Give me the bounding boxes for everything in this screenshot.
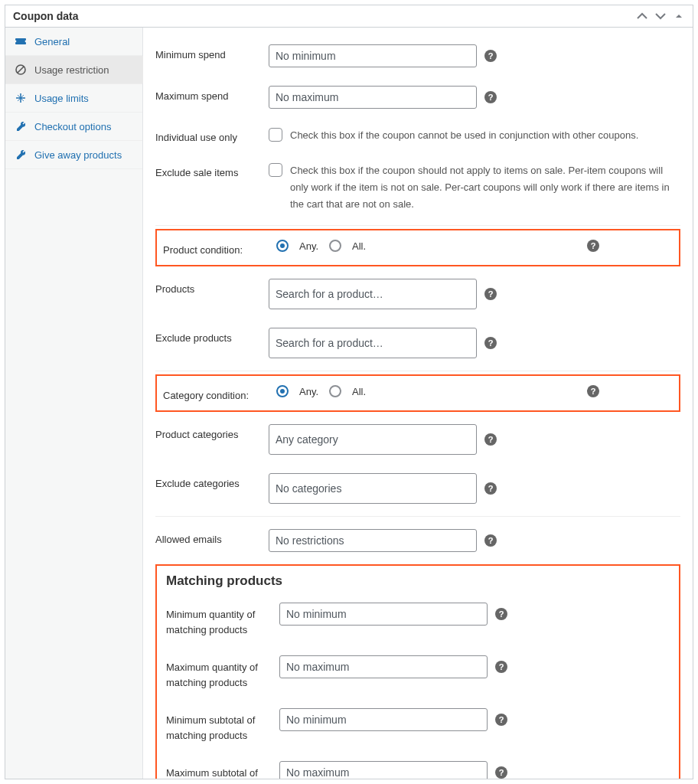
help-icon[interactable]: ? (484, 482, 497, 495)
wrench-icon (15, 149, 27, 161)
help-icon[interactable]: ? (495, 714, 507, 726)
max-qty-label: Maximum quantity of matching products (166, 655, 279, 690)
exclude-categories-select[interactable]: No categories (269, 473, 477, 504)
sidebar-item-label: Checkout options (34, 121, 111, 132)
panel-header: Coupon data (5, 5, 693, 28)
product-condition-all-radio[interactable] (329, 240, 341, 252)
product-condition-any-label: Any. (299, 240, 318, 252)
min-spend-label: Minimum spend (155, 44, 269, 60)
individual-use-desc: Check this box if the coupon cannot be u… (290, 127, 638, 144)
allowed-emails-label: Allowed emails (155, 529, 269, 545)
move-up-icon[interactable] (636, 10, 648, 22)
limits-icon (15, 92, 27, 104)
help-icon[interactable]: ? (484, 534, 497, 547)
min-subtotal-input[interactable] (279, 708, 488, 731)
matching-products-title: Matching products (166, 573, 670, 589)
sidebar-item-checkout-options[interactable]: Checkout options (5, 113, 142, 141)
exclude-sale-label: Exclude sale items (155, 162, 269, 178)
sidebar-item-usage-restriction[interactable]: Usage restriction (5, 56, 142, 84)
sidebar-item-label: Usage limits (34, 93, 89, 104)
exclude-sale-checkbox[interactable] (269, 163, 282, 177)
help-icon[interactable]: ? (587, 240, 599, 252)
sidebar-item-general[interactable]: General (5, 28, 142, 56)
sidebar-item-give-away-products[interactable]: Give away products (5, 141, 142, 169)
content-area: Minimum spend ? Maximum spend ? Individu… (143, 28, 693, 779)
exclude-products-label: Exclude products (155, 328, 269, 344)
category-condition-all-label: All. (352, 386, 366, 397)
exclude-categories-label: Exclude categories (155, 473, 269, 489)
max-spend-label: Maximum spend (155, 86, 269, 102)
sidebar-item-label: General (34, 36, 70, 47)
product-condition-highlight: Product condition: Any. All. ? (155, 229, 680, 266)
sidebar-item-label: Give away products (34, 149, 122, 161)
svg-rect-0 (15, 38, 26, 44)
product-condition-all-label: All. (352, 240, 366, 252)
min-qty-input[interactable] (279, 603, 488, 626)
products-label: Products (155, 279, 269, 295)
ticket-icon (15, 35, 27, 47)
category-condition-any-label: Any. (299, 386, 318, 397)
min-subtotal-label: Minimum subtotal of matching products (166, 708, 279, 743)
sidebar-item-usage-limits[interactable]: Usage limits (5, 84, 142, 113)
svg-line-4 (18, 67, 24, 73)
sidebar-item-label: Usage restriction (34, 64, 109, 76)
move-down-icon[interactable] (654, 10, 667, 22)
products-select[interactable]: Search for a product… (269, 279, 477, 309)
max-spend-input[interactable] (269, 86, 477, 109)
individual-use-label: Individual use only (155, 127, 269, 143)
product-condition-label: Product condition: (163, 240, 276, 256)
category-condition-highlight: Category condition: Any. All. ? (155, 374, 680, 412)
help-icon[interactable]: ? (587, 385, 599, 397)
category-condition-label: Category condition: (163, 385, 276, 401)
exclude-products-select[interactable]: Search for a product… (269, 328, 477, 358)
max-subtotal-label: Maximum subtotal of matching products (166, 761, 279, 779)
ban-icon (15, 64, 27, 76)
category-condition-all-radio[interactable] (329, 385, 341, 397)
panel-toggle-icon[interactable] (673, 10, 685, 22)
separator (155, 225, 680, 226)
max-qty-input[interactable] (279, 655, 488, 678)
product-categories-label: Product categories (155, 424, 269, 440)
help-icon[interactable]: ? (495, 766, 507, 779)
product-categories-select[interactable]: Any category (269, 424, 477, 455)
matching-products-highlight: Matching products Minimum quantity of ma… (155, 564, 680, 779)
panel-title: Coupon data (13, 10, 79, 22)
separator (155, 371, 680, 371)
separator (155, 516, 680, 517)
sidebar: General Usage restriction Usage limits C… (5, 28, 143, 779)
help-icon[interactable]: ? (484, 91, 497, 103)
coupon-data-panel: Coupon data General Usage restriction (5, 5, 693, 779)
help-icon[interactable]: ? (484, 337, 497, 349)
category-condition-any-radio[interactable] (276, 385, 289, 397)
help-icon[interactable]: ? (495, 608, 507, 620)
product-condition-any-radio[interactable] (276, 240, 289, 252)
individual-use-checkbox[interactable] (269, 128, 282, 142)
wrench-icon (15, 120, 27, 132)
help-icon[interactable]: ? (484, 50, 497, 62)
min-spend-input[interactable] (269, 44, 477, 67)
max-subtotal-input[interactable] (279, 761, 488, 779)
help-icon[interactable]: ? (484, 433, 497, 446)
help-icon[interactable]: ? (495, 661, 507, 673)
allowed-emails-input[interactable] (269, 529, 477, 552)
help-icon[interactable]: ? (484, 288, 497, 300)
min-qty-label: Minimum quantity of matching products (166, 603, 279, 637)
exclude-sale-desc: Check this box if the coupon should not … (290, 162, 673, 213)
